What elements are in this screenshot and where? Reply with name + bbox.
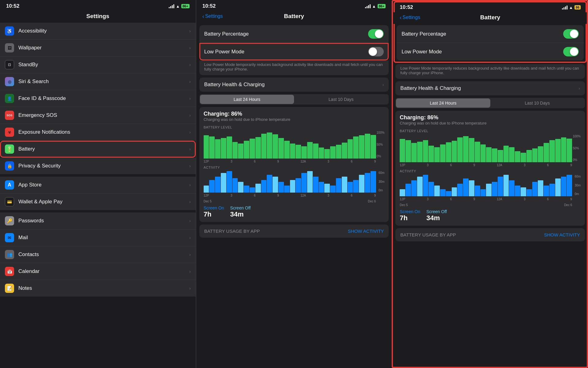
battery-nav-header-right: ‹ Settings Battery [394, 12, 587, 24]
legend-screen-off-right: Screen Off 34m [426, 209, 447, 222]
activity-y-labels-mid: 60m 30m 0m [379, 171, 384, 193]
sos-label: Emergency SOS [18, 112, 189, 118]
tab-24h-right[interactable]: Last 24 Hours [396, 98, 490, 108]
status-time-middle: 10:52 [202, 3, 216, 9]
battery-bar-20 [515, 151, 520, 162]
settings-row-privacy[interactable]: 🔒 Privacy & Security › [0, 158, 196, 174]
battery-health-row-mid[interactable]: Battery Health & Charging › [199, 78, 389, 92]
activity-chart-right: 60m 30m 0m [400, 175, 581, 196]
low-power-toggle-right[interactable] [563, 47, 579, 56]
battery-bar-4 [227, 136, 232, 159]
battery-nav-header-middle: ‹ Settings Battery [196, 11, 392, 23]
battery-bar-21 [521, 153, 526, 163]
battery-title-right: Battery [480, 14, 500, 21]
battery-percentage-toggle-mid[interactable] [368, 29, 384, 39]
tab-10d-right[interactable]: Last 10 Days [490, 98, 584, 108]
calendar-label: Calendar [18, 268, 189, 274]
battery-bar-28 [561, 137, 567, 162]
tab-24h-mid[interactable]: Last 24 Hours [200, 95, 294, 104]
health-label-mid: Battery Health & Charging [204, 82, 383, 88]
standby-chevron: › [189, 62, 191, 67]
battery-bar-27 [555, 139, 561, 163]
back-button-right[interactable]: ‹ Settings [400, 14, 420, 21]
activity-bar-19 [313, 177, 318, 193]
settings-row-mail[interactable]: ✉ Mail › [0, 229, 196, 246]
exposure-icon: ☣ [5, 128, 14, 137]
settings-row-contacts[interactable]: 👥 Contacts › [0, 246, 196, 263]
settings-row-wallet[interactable]: 💳 Wallet & Apple Pay › [0, 194, 196, 210]
battery-bar-3 [417, 142, 423, 163]
appstore-chevron: › [189, 182, 191, 187]
settings-row-wallpaper[interactable]: 🖼 Wallpaper › [0, 40, 196, 56]
battery-bar-23 [532, 148, 538, 162]
settings-nav-header: Settings [0, 11, 196, 23]
settings-row-appstore[interactable]: A App Store › [0, 177, 196, 194]
activity-bar-17 [301, 173, 307, 193]
activity-bar-6 [434, 186, 440, 196]
battery-bar-25 [544, 143, 549, 162]
back-label-mid: Settings [205, 13, 223, 19]
legend-screen-on-mid: Screen On 7h [204, 205, 224, 218]
notes-icon: 📝 [5, 284, 14, 293]
battery-bar-26 [549, 140, 555, 162]
settings-row-battery[interactable]: 🔋 Battery › [0, 141, 196, 158]
activity-bar-7 [244, 186, 249, 193]
battery-bar-22 [330, 146, 336, 159]
battery-x-labels-right: 12P 3 6 9 12A 3 6 9 [400, 163, 581, 167]
activity-chart-mid: 60m 30m 0m [204, 171, 385, 193]
battery-icon: 🔋 [5, 144, 14, 154]
settings-row-siri[interactable]: ◎ Siri & Search › [0, 73, 196, 90]
activity-bar-13 [475, 186, 480, 196]
activity-x-labels-right: 12P 3 6 9 12A 3 6 9 [400, 197, 581, 201]
battery-bar-24 [538, 146, 543, 162]
activity-bar-3 [417, 177, 423, 196]
siri-chevron: › [189, 79, 191, 84]
settings-row-accessibility[interactable]: ♿ Accessibility › [0, 23, 196, 40]
battery-bar-4 [423, 140, 428, 162]
battery-percentage-label-right: Battery Percentage [401, 31, 563, 37]
wallpaper-icon: 🖼 [5, 43, 14, 52]
settings-row-calendar[interactable]: 📅 Calendar › [0, 263, 196, 280]
accessibility-icon: ♿ [5, 26, 14, 36]
status-time-left: 10:52 [6, 3, 19, 9]
activity-bar-18 [503, 175, 509, 196]
battery-bar-28 [365, 134, 370, 159]
activity-bar-9 [452, 187, 457, 196]
charging-status-right: Charging: 86% [400, 114, 581, 121]
battery-percentage-toggle-right[interactable] [563, 29, 579, 39]
battery-panel-right: 10:52 ▲ 86 ‹ Settings Battery [392, 0, 588, 368]
notes-label: Notes [18, 285, 189, 291]
battery-chart-right: 100% 50% 0% [400, 135, 581, 162]
settings-row-passwords[interactable]: 🔑 Passwords › [0, 213, 196, 229]
mail-label: Mail [18, 235, 189, 241]
low-power-toggle-mid[interactable] [368, 47, 384, 56]
legend-mid: Screen On 7h Screen Off 34m [204, 205, 385, 218]
tab-10d-mid[interactable]: Last 10 Days [294, 95, 388, 104]
activity-bar-15 [290, 180, 296, 193]
settings-row-sos[interactable]: SOS Emergency SOS › [0, 107, 196, 124]
settings-row-faceid[interactable]: 👤 Face ID & Passcode › [0, 90, 196, 107]
show-activity-link-right[interactable]: SHOW ACTIVITY [544, 232, 580, 237]
battery-bar-8 [446, 142, 451, 162]
activity-bar-27 [359, 175, 364, 193]
show-activity-link-mid[interactable]: SHOW ACTIVITY [348, 228, 384, 234]
charging-sub-mid: Charging was on hold due to iPhone tempe… [204, 117, 385, 122]
settings-row-exposure[interactable]: ☣ Exposure Notifications › [0, 124, 196, 141]
settings-row-standby[interactable]: ⊡ StandBy › [0, 56, 196, 73]
back-button-middle[interactable]: ‹ Settings [202, 13, 223, 20]
activity-bar-26 [353, 180, 359, 193]
battery-health-row-right[interactable]: Battery Health & Charging › [395, 81, 585, 95]
activity-bar-13 [278, 182, 284, 193]
settings-row-notes[interactable]: 📝 Notes › [0, 280, 196, 297]
battery-bar-8 [250, 139, 255, 159]
activity-bar-29 [567, 175, 572, 196]
battery-bar-29 [371, 135, 376, 159]
activity-bar-9 [255, 184, 261, 193]
wifi-icon: ▲ [176, 4, 180, 9]
activity-bar-22 [330, 186, 336, 193]
activity-bar-25 [544, 186, 549, 196]
settings-title: Settings [86, 13, 109, 20]
status-time-right: 10:52 [400, 4, 413, 10]
contacts-icon: 👥 [5, 250, 14, 259]
battery-y-labels-right: 100% 50% 0% [573, 135, 581, 162]
